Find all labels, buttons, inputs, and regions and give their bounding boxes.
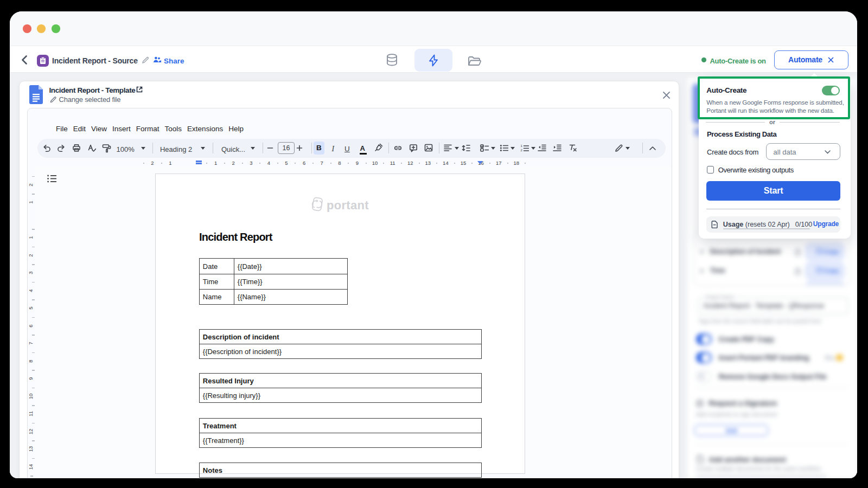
svg-text:2: 2 bbox=[520, 149, 522, 152]
svg-text:1: 1 bbox=[520, 144, 522, 147]
